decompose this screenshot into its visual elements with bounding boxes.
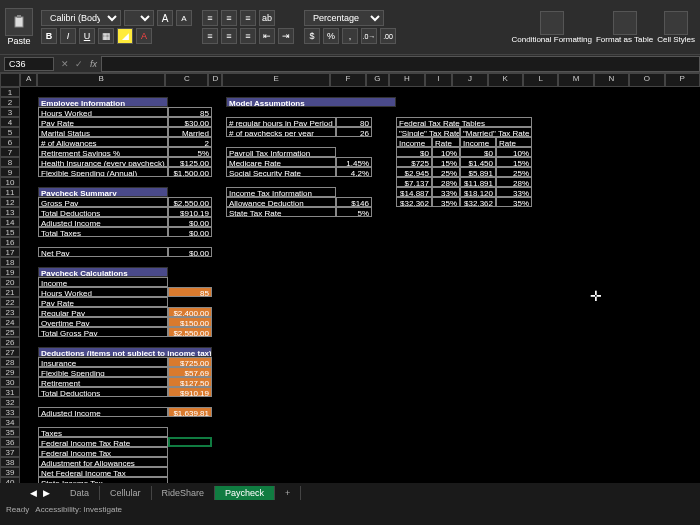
row-header[interactable]: 33 bbox=[0, 407, 20, 417]
tab-add[interactable]: + bbox=[275, 486, 301, 500]
row-header[interactable]: 29 bbox=[0, 367, 20, 377]
cell[interactable]: Total Taxes bbox=[38, 227, 168, 237]
col-header[interactable]: G bbox=[366, 73, 390, 87]
cell[interactable]: Income bbox=[38, 277, 168, 287]
cell[interactable]: Taxes bbox=[38, 427, 168, 437]
cell[interactable]: $0.00 bbox=[168, 227, 212, 237]
cell[interactable]: 28% bbox=[432, 177, 460, 187]
tab-cellular[interactable]: Cellular bbox=[100, 486, 152, 500]
cell[interactable]: $30.00 bbox=[168, 117, 212, 127]
cell[interactable]: State Tax Rate bbox=[226, 207, 336, 217]
col-header[interactable]: K bbox=[488, 73, 523, 87]
col-header[interactable]: F bbox=[330, 73, 365, 87]
cell[interactable]: Rate bbox=[496, 137, 532, 147]
cell[interactable]: Adjustment for Allowances bbox=[38, 457, 168, 467]
cell[interactable]: Insurance bbox=[38, 357, 168, 367]
col-header[interactable]: I bbox=[425, 73, 453, 87]
cell[interactable]: 4.2% bbox=[336, 167, 372, 177]
row-header[interactable]: 15 bbox=[0, 227, 20, 237]
cell[interactable]: Rate bbox=[432, 137, 460, 147]
cell[interactable]: 25% bbox=[432, 167, 460, 177]
row-header[interactable]: 3 bbox=[0, 107, 20, 117]
fill-color-button[interactable]: ◢ bbox=[117, 28, 133, 44]
tab-paycheck[interactable]: Paycheck bbox=[215, 486, 275, 500]
cell[interactable]: $125.00 bbox=[168, 157, 212, 167]
conditional-formatting-button[interactable]: Conditional Formatting bbox=[512, 11, 592, 44]
cell[interactable]: $725 bbox=[396, 157, 432, 167]
col-header[interactable]: C bbox=[165, 73, 208, 87]
cell[interactable]: Pay Rate bbox=[38, 117, 168, 127]
col-header[interactable]: A bbox=[20, 73, 38, 87]
italic-button[interactable]: I bbox=[60, 28, 76, 44]
cell[interactable]: $32,362 bbox=[460, 197, 496, 207]
row-header[interactable]: 28 bbox=[0, 357, 20, 367]
section-subheader[interactable]: Federal Tax Rate Tables bbox=[396, 117, 532, 127]
tab-nav-next[interactable]: ▶ bbox=[43, 488, 50, 498]
row-header[interactable]: 4 bbox=[0, 117, 20, 127]
cell[interactable]: Medicare Rate bbox=[226, 157, 336, 167]
row-header[interactable]: 2 bbox=[0, 97, 20, 107]
section-header[interactable]: Paycheck Summary bbox=[38, 187, 168, 197]
section-header[interactable]: Model Assumptions bbox=[226, 97, 396, 107]
row-header[interactable]: 13 bbox=[0, 207, 20, 217]
row-header[interactable]: 10 bbox=[0, 177, 20, 187]
decimal-increase-button[interactable]: .0→ bbox=[361, 28, 377, 44]
row-header[interactable]: 24 bbox=[0, 317, 20, 327]
cell[interactable]: $146 bbox=[336, 197, 372, 207]
cell[interactable]: 10% bbox=[496, 147, 532, 157]
number-format-select[interactable]: Percentage bbox=[304, 10, 384, 26]
cell[interactable]: Total Deductions bbox=[38, 207, 168, 217]
cell[interactable]: Adjusted Income bbox=[38, 217, 168, 227]
align-center-button[interactable]: ≡ bbox=[221, 28, 237, 44]
cell[interactable]: 33% bbox=[496, 187, 532, 197]
formula-input[interactable] bbox=[101, 56, 700, 72]
row-header[interactable]: 7 bbox=[0, 147, 20, 157]
cell[interactable]: Flexible Spending bbox=[38, 367, 168, 377]
row-header[interactable]: 23 bbox=[0, 307, 20, 317]
align-bottom-button[interactable]: ≡ bbox=[240, 10, 256, 26]
align-top-button[interactable]: ≡ bbox=[202, 10, 218, 26]
row-header[interactable]: 12 bbox=[0, 197, 20, 207]
row-header[interactable]: 25 bbox=[0, 327, 20, 337]
cell[interactable]: Health Insurance (every paycheck) bbox=[38, 157, 168, 167]
cell[interactable]: Flexible Spending (Annual) bbox=[38, 167, 168, 177]
align-right-button[interactable]: ≡ bbox=[240, 28, 256, 44]
cell[interactable]: 28% bbox=[496, 177, 532, 187]
row-header[interactable]: 5 bbox=[0, 127, 20, 137]
col-header[interactable]: J bbox=[452, 73, 487, 87]
col-header[interactable]: H bbox=[389, 73, 424, 87]
cell[interactable]: "Married" Tax Rate bbox=[460, 127, 532, 137]
cell[interactable]: 35% bbox=[432, 197, 460, 207]
bold-button[interactable]: B bbox=[41, 28, 57, 44]
cell[interactable]: $14,887 bbox=[396, 187, 432, 197]
cell[interactable]: Adjusted Income bbox=[38, 407, 168, 417]
col-header[interactable]: E bbox=[222, 73, 330, 87]
cell[interactable]: $5,891 bbox=[460, 167, 496, 177]
col-header[interactable]: B bbox=[37, 73, 165, 87]
decrease-font-button[interactable]: A bbox=[176, 10, 192, 26]
row-header[interactable]: 34 bbox=[0, 417, 20, 427]
cell[interactable]: $1,450 bbox=[460, 157, 496, 167]
tab-rideshare[interactable]: RideShare bbox=[152, 486, 216, 500]
cell[interactable]: $127.50 bbox=[168, 377, 212, 387]
col-header[interactable]: D bbox=[208, 73, 222, 87]
cell[interactable]: Married bbox=[168, 127, 212, 137]
row-header[interactable]: 17 bbox=[0, 247, 20, 257]
cell[interactable]: Hours Worked bbox=[38, 107, 168, 117]
cell[interactable]: $0 bbox=[396, 147, 432, 157]
cell[interactable]: 26 bbox=[336, 127, 372, 137]
cell[interactable]: $910.19 bbox=[168, 207, 212, 217]
cell-styles-button[interactable]: Cell Styles bbox=[657, 11, 695, 44]
indent-dec-button[interactable]: ⇤ bbox=[259, 28, 275, 44]
cell[interactable]: 2 bbox=[168, 137, 212, 147]
cell[interactable]: Retirement Savings % bbox=[38, 147, 168, 157]
row-header[interactable]: 1 bbox=[0, 87, 20, 97]
cell[interactable]: $57.69 bbox=[168, 367, 212, 377]
cell[interactable]: 85 bbox=[168, 287, 212, 297]
cell[interactable]: Total Gross Pay bbox=[38, 327, 168, 337]
cell[interactable]: Federal Income Tax bbox=[38, 447, 168, 457]
cell[interactable]: $2,550.00 bbox=[168, 327, 212, 337]
col-header[interactable]: L bbox=[523, 73, 558, 87]
cell[interactable]: 5% bbox=[336, 207, 372, 217]
cell[interactable]: $32,362 bbox=[396, 197, 432, 207]
